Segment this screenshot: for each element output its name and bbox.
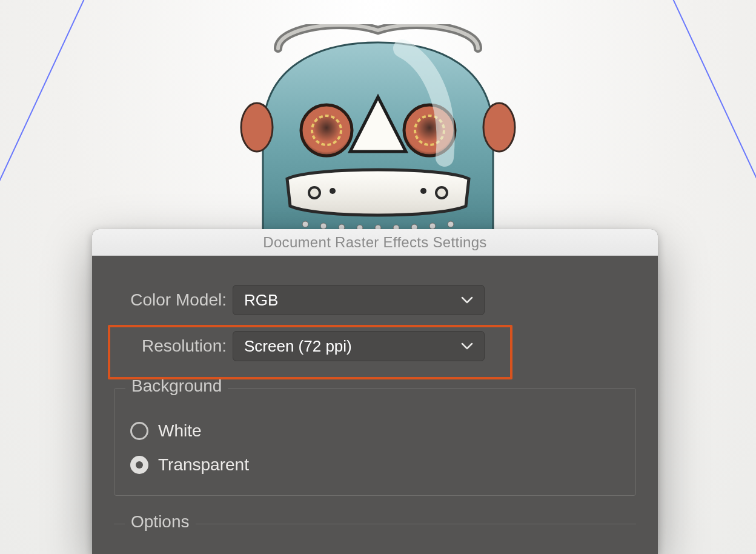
svg-point-8: [330, 188, 336, 194]
svg-point-9: [420, 188, 426, 194]
color-model-row: Color Model: RGB: [114, 285, 636, 315]
background-legend: Background: [125, 376, 228, 396]
resolution-select[interactable]: Screen (72 ppi): [233, 331, 485, 361]
background-group: Background White Transparent: [114, 388, 636, 496]
radio-icon: [130, 422, 148, 440]
svg-point-10: [436, 187, 447, 198]
svg-point-12: [320, 223, 327, 229]
robot-image: [220, 24, 536, 242]
raster-effects-dialog: Document Raster Effects Settings Color M…: [92, 229, 658, 554]
background-radio-transparent[interactable]: Transparent: [130, 455, 620, 475]
options-group: Options: [114, 524, 636, 548]
dialog-body: Color Model: RGB Resolution: Screen (72 …: [92, 256, 658, 548]
background-radio-white[interactable]: White: [130, 421, 620, 441]
resolution-row: Resolution: Screen (72 ppi): [114, 331, 636, 361]
color-model-select[interactable]: RGB: [233, 285, 485, 315]
background-transparent-label: Transparent: [158, 455, 249, 475]
svg-point-2: [301, 105, 352, 156]
svg-point-1: [483, 103, 515, 152]
svg-point-19: [448, 221, 454, 227]
resolution-value: Screen (72 ppi): [244, 337, 352, 356]
chevron-down-icon: [461, 296, 473, 304]
resolution-label: Resolution:: [114, 336, 233, 356]
color-model-value: RGB: [244, 291, 278, 310]
svg-point-7: [309, 187, 320, 198]
options-legend: Options: [125, 512, 196, 532]
chevron-down-icon: [461, 342, 473, 350]
dialog-titlebar[interactable]: Document Raster Effects Settings: [92, 229, 658, 256]
svg-point-18: [429, 223, 436, 229]
svg-point-11: [302, 221, 308, 227]
background-white-label: White: [158, 421, 202, 441]
dialog-title: Document Raster Effects Settings: [263, 234, 486, 251]
radio-icon: [130, 456, 148, 474]
svg-point-0: [241, 103, 273, 152]
color-model-label: Color Model:: [114, 290, 233, 310]
